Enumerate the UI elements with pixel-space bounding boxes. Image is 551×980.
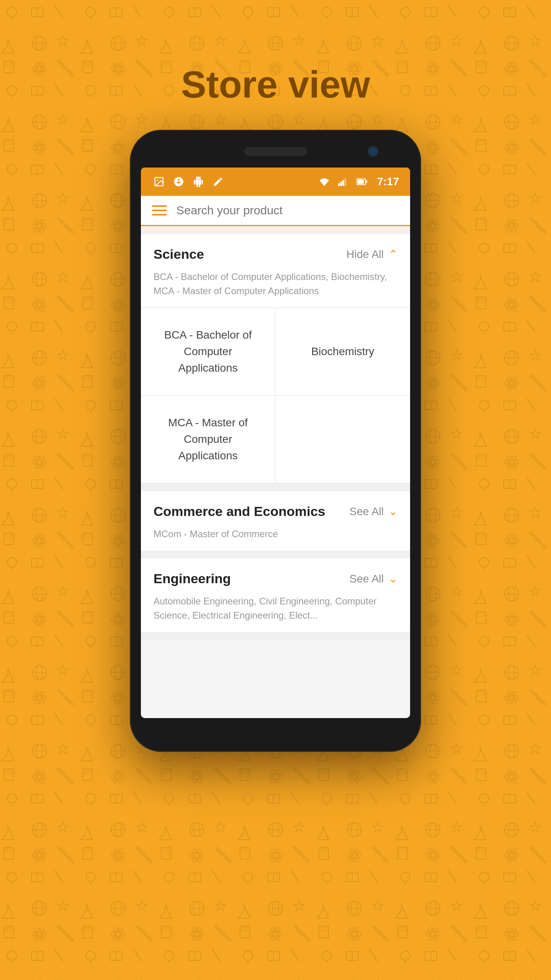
android-status-icon [191,175,205,189]
search-bar [141,196,410,226]
category-subtitle-commerce: MCom - Master of Commerce [141,527,410,551]
page-title: Store view [181,63,370,106]
category-header-engineering: Engineering See All ⌄ [141,558,410,594]
chevron-down-icon-engineering: ⌄ [388,572,398,585]
phone-top-bezel [141,142,410,161]
svg-rect-23 [342,180,344,186]
items-grid-science: BCA - Bachelor of Computer Applications … [141,308,410,483]
category-card-science: Science Hide All ⌃ BCA - Bachelor of Com… [141,234,410,483]
phone-screen: 7:17 Science Hide [141,168,410,718]
category-subtitle-science: BCA - Bachelor of Computer Applications,… [141,270,410,308]
phone-bottom-bezel [141,724,410,740]
hide-all-label-science: Hide All [346,248,384,261]
content-area: Science Hide All ⌃ BCA - Bachelor of Com… [141,226,410,640]
category-title-science: Science [153,247,204,262]
status-bar-left [152,175,225,189]
grid-item-mca[interactable]: MCA - Master of Computer Applications [141,396,276,483]
category-subtitle-engineering: Automobile Engineering, Civil Engineerin… [141,594,410,632]
hide-all-button-science[interactable]: Hide All ⌃ [346,248,398,261]
status-bar-right: 7:17 [317,175,399,189]
category-header-science: Science Hide All ⌃ [141,234,410,270]
svg-rect-26 [358,180,364,184]
category-title-engineering: Engineering [153,571,231,586]
phone-camera [368,146,379,157]
category-title-commerce: Commerce and Economics [153,504,325,519]
phone-frame: 7:17 Science Hide [130,130,421,752]
chevron-down-icon-commerce: ⌄ [388,505,398,518]
signal-icon [336,175,350,189]
svg-point-20 [157,179,158,181]
category-header-commerce: Commerce and Economics See All ⌄ [141,491,410,527]
category-card-commerce: Commerce and Economics See All ⌄ MCom - … [141,491,410,551]
phone-speaker [244,147,307,156]
status-time: 7:17 [377,175,399,188]
see-all-label-engineering: See All [349,573,384,585]
see-all-button-commerce[interactable]: See All ⌄ [349,505,398,518]
wifi-icon [317,175,331,189]
see-all-button-engineering[interactable]: See All ⌄ [349,572,398,585]
phone-mockup: 7:17 Science Hide [126,130,425,752]
hamburger-menu-button[interactable] [152,205,167,216]
image-status-icon [152,175,166,189]
svg-rect-21 [338,183,340,186]
grid-item-bca[interactable]: BCA - Bachelor of Computer Applications [141,308,276,396]
see-all-label-commerce: See All [349,505,384,518]
status-bar: 7:17 [141,168,410,196]
svg-rect-24 [344,178,346,186]
edit-status-icon [211,175,225,189]
svg-rect-27 [366,181,367,183]
battery-icon [355,175,369,189]
chevron-up-icon-science: ⌃ [388,248,398,261]
grid-item-empty [276,396,410,483]
svg-rect-22 [340,182,342,186]
app1-status-icon [172,175,186,189]
grid-item-biochemistry[interactable]: Biochemistry [276,308,410,396]
search-input[interactable] [176,204,399,217]
category-card-engineering: Engineering See All ⌄ Automobile Enginee… [141,558,410,632]
